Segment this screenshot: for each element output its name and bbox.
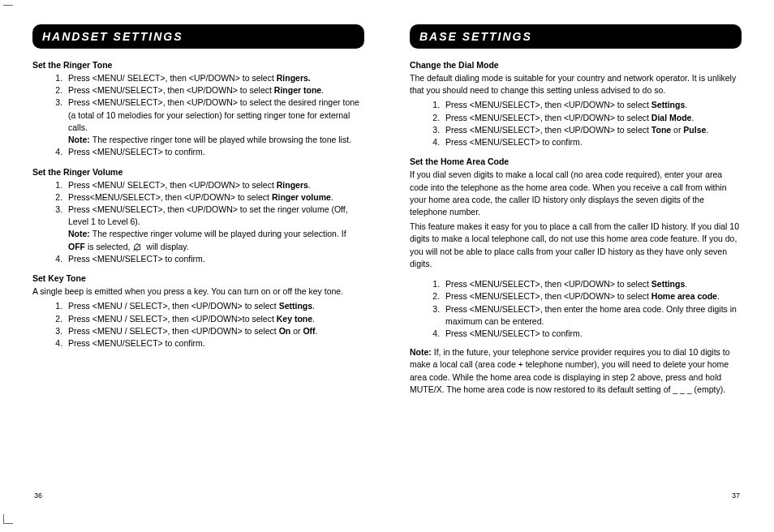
step-bold: Settings	[651, 279, 685, 289]
intro-text: A single beep is emitted when you press …	[32, 285, 364, 298]
step-item: Press <MENU/SELECT> to confirm.	[442, 328, 742, 340]
ringer-off-icon	[132, 242, 144, 252]
step-item: Press <MENU/SELECT>, then <UP/DOWN> to s…	[65, 204, 364, 253]
steps-ringer-volume: Press <MENU/ SELECT>, then <UP/DOWN> to …	[32, 179, 364, 266]
note-text: is selected,	[85, 242, 132, 251]
step-item: Press <MENU/SELECT> to confirm.	[65, 337, 364, 350]
step-text: Press <MENU/SELECT> to confirm.	[445, 328, 583, 338]
note-text: will display.	[144, 242, 188, 251]
step-text: Press <MENU/SELECT> to confirm.	[445, 137, 583, 147]
subhead-home-area-code: Set the Home Area Code	[410, 157, 742, 166]
step-item: Press <MENU/SELECT>, then <UP/DOWN> to s…	[442, 278, 742, 290]
steps-dial-mode: Press <MENU/SELECT>, then <UP/DOWN> to s…	[410, 99, 742, 148]
note-label: Note:	[68, 135, 92, 144]
step-text: .	[706, 125, 708, 135]
step-text: Press <MENU/SELECT> to confirm.	[68, 147, 205, 157]
step-item: Press<MENU/SELECT>, then <UP/DOWN> to se…	[65, 191, 364, 204]
step-bold: OFF	[68, 242, 85, 251]
step-text: Press <MENU/SELECT> to confirm.	[68, 254, 205, 264]
step-item: Press <MENU/SELECT>, then <UP/DOWN> to s…	[65, 97, 364, 146]
section-header-base: BASE SETTINGS	[410, 24, 742, 49]
step-text: Press <MENU / SELECT>, then <UP/DOWN> to…	[68, 326, 279, 336]
step-text: Press <MENU/SELECT>, then <UP/DOWN> to s…	[445, 100, 651, 109]
step-text: Press <MENU/SELECT>, then <UP/DOWN> to s…	[68, 97, 359, 131]
step-text: Press <MENU / SELECT>, then <UP/DOWN> to…	[68, 301, 279, 311]
step-text: Press<MENU/SELECT>, then <UP/DOWN> to se…	[68, 192, 272, 202]
step-item: Press <MENU/SELECT>, then <UP/DOWN> to s…	[442, 112, 742, 124]
step-text: .	[316, 326, 318, 336]
step-item: Press <MENU/SELECT>, then enter the home…	[442, 303, 742, 328]
step-bold: Pulse	[683, 125, 706, 135]
crop-mark-icon	[3, 5, 13, 15]
note-text: The respective ringer tone will be playe…	[92, 135, 351, 144]
step-text: Press <MENU/SELECT>, then enter the home…	[445, 304, 737, 326]
step-item: Press <MENU / SELECT>, then <UP/DOWN>to …	[65, 313, 364, 325]
step-text: .	[312, 301, 315, 311]
step-bold: Dial Mode	[651, 113, 692, 122]
page-spread: HANDSET SETTINGS Set the Ringer Tone Pre…	[0, 0, 774, 532]
step-bold: On	[279, 326, 291, 336]
step-bold: Tone	[651, 125, 671, 135]
step-bold: Ringers	[277, 180, 308, 190]
page-left: HANDSET SETTINGS Set the Ringer Tone Pre…	[0, 0, 387, 532]
step-item: Press <MENU/SELECT> to confirm.	[65, 146, 364, 158]
note-label: Note:	[68, 229, 92, 238]
steps-key-tone: Press <MENU / SELECT>, then <UP/DOWN> to…	[32, 300, 364, 350]
step-text: .	[321, 85, 324, 95]
step-text: Press <MENU/ SELECT>, then <UP/DOWN> to …	[68, 73, 277, 83]
step-item: Press <MENU/SELECT> to confirm.	[442, 136, 742, 148]
step-text: or	[671, 125, 683, 135]
step-bold: Ringer volume	[272, 192, 331, 202]
step-text: Press <MENU/SELECT>, then <UP/DOWN> to s…	[68, 204, 348, 226]
step-text: Press <MENU/ SELECT>, then <UP/DOWN> to …	[68, 180, 277, 190]
step-item: Press <MENU / SELECT>, then <UP/DOWN> to…	[65, 325, 364, 337]
step-text: Press <MENU/SELECT>, then <UP/DOWN> to s…	[445, 291, 651, 301]
step-item: Press <MENU/SELECT>, then <UP/DOWN> to s…	[65, 84, 364, 97]
crop-mark-icon	[3, 514, 13, 524]
step-text: Press <MENU/SELECT>, then <UP/DOWN> to s…	[445, 125, 651, 135]
step-text: .	[308, 180, 311, 190]
note-text: The respective ringer volume will be pla…	[92, 229, 346, 238]
step-text: .	[331, 192, 333, 202]
step-bold: Ringer tone	[274, 85, 321, 95]
step-text: or	[290, 326, 303, 336]
step-bold: Settings	[279, 301, 312, 311]
step-item: Press <MENU/SELECT>, then <UP/DOWN> to s…	[442, 124, 742, 136]
intro-text: The default dialing mode is suitable for…	[410, 72, 742, 97]
step-item: Press <MENU / SELECT>, then <UP/DOWN> to…	[65, 300, 364, 312]
step-bold: Ringers.	[277, 73, 311, 83]
subhead-ringer-tone: Set the Ringer Tone	[32, 60, 364, 70]
subhead-key-tone: Set Key Tone	[32, 273, 364, 283]
note-paragraph: Note: If, in the future, your telephone …	[410, 346, 742, 396]
note-text: If, in the future, your telephone servic…	[410, 347, 730, 394]
step-bold: Home area code	[651, 291, 717, 301]
step-item: Press <MENU/SELECT> to confirm.	[65, 253, 364, 265]
step-text: Press <MENU/SELECT>, then <UP/DOWN> to s…	[445, 279, 651, 289]
step-text: Press <MENU/SELECT>, then <UP/DOWN> to s…	[445, 113, 651, 122]
step-item: Press <MENU/ SELECT>, then <UP/DOWN> to …	[65, 179, 364, 191]
step-text: .	[312, 314, 315, 324]
page-right: BASE SETTINGS Change the Dial Mode The d…	[387, 0, 774, 532]
subhead-dial-mode: Change the Dial Mode	[410, 60, 742, 70]
step-bold: Off	[303, 326, 315, 336]
note-label: Note:	[410, 347, 434, 357]
step-text: .	[717, 291, 720, 301]
step-item: Press <MENU/SELECT>, then <UP/DOWN> to s…	[442, 99, 742, 111]
page-number: 37	[732, 491, 740, 500]
paragraph: This feature makes it easy for you to pl…	[410, 221, 742, 270]
step-text: Press <MENU / SELECT>, then <UP/DOWN>to …	[68, 314, 277, 324]
step-bold: Key tone	[277, 314, 312, 324]
steps-home-area-code: Press <MENU/SELECT>, then <UP/DOWN> to s…	[410, 278, 742, 340]
step-text: Press <MENU/SELECT> to confirm.	[68, 338, 205, 348]
step-item: Press <MENU/SELECT>, then <UP/DOWN> to s…	[442, 290, 742, 302]
step-item: Press <MENU/ SELECT>, then <UP/DOWN> to …	[65, 72, 364, 84]
page-number: 36	[34, 491, 42, 500]
steps-ringer-tone: Press <MENU/ SELECT>, then <UP/DOWN> to …	[32, 72, 364, 159]
step-bold: Settings	[651, 100, 685, 109]
subhead-ringer-volume: Set the Ringer Volume	[32, 167, 364, 177]
paragraph: If you dial seven digits to make a local…	[410, 169, 742, 218]
step-text: Press <MENU/SELECT>, then <UP/DOWN> to s…	[68, 85, 274, 95]
step-text: .	[691, 113, 694, 122]
section-header-handset: HANDSET SETTINGS	[32, 24, 364, 49]
step-text: .	[685, 279, 687, 289]
